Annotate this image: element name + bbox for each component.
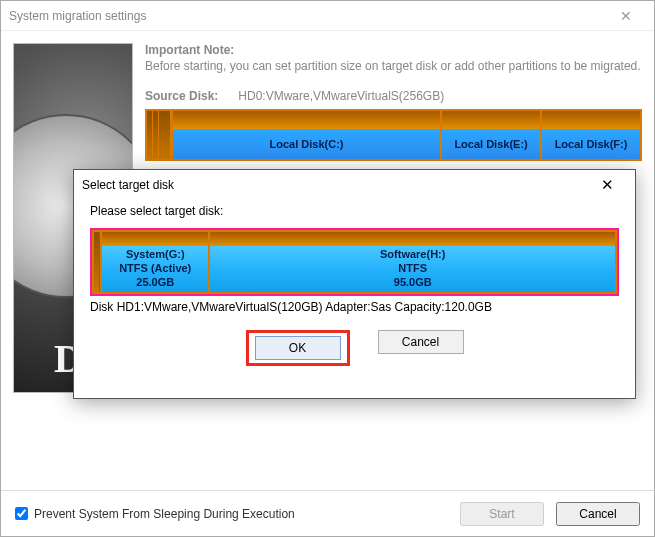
sleep-checkbox[interactable] <box>15 507 28 520</box>
select-target-disk-dialog: Select target disk ✕ Please select targe… <box>73 169 636 399</box>
source-disk-value: HD0:VMware,VMwareVirtualS(256GB) <box>238 89 444 103</box>
sleep-checkbox-label[interactable]: Prevent System From Sleeping During Exec… <box>15 507 448 521</box>
ok-button[interactable]: OK <box>255 336 341 360</box>
partition-label-block: System(G:)NTFS (Active)25.0GB <box>102 246 208 292</box>
ok-highlight: OK <box>246 330 350 366</box>
close-icon[interactable]: ✕ <box>587 170 627 200</box>
main-titlebar: System migration settings ✕ <box>1 1 654 31</box>
source-disk-label: Source Disk: <box>145 89 218 103</box>
partition-header <box>542 111 640 129</box>
partition-name: System(G:) <box>126 248 185 262</box>
modal-titlebar: Select target disk ✕ <box>74 170 635 200</box>
partition-label: Local Disk(F:) <box>542 129 640 159</box>
footer-bar: Prevent System From Sleeping During Exec… <box>1 490 654 536</box>
modal-button-row: OK Cancel <box>90 330 619 366</box>
partition-stub <box>159 111 171 159</box>
partition-header <box>210 232 615 246</box>
target-disk-highlight: System(G:)NTFS (Active)25.0GBSoftware(H:… <box>90 228 619 296</box>
partition-header <box>173 111 440 129</box>
note-title: Important Note: <box>145 43 642 57</box>
main-title: System migration settings <box>9 9 606 23</box>
partition-fs: NTFS <box>398 262 427 276</box>
partition-label: Local Disk(E:) <box>442 129 540 159</box>
target-disk-desc: Disk HD1:VMware,VMwareVirtualS(120GB) Ad… <box>90 300 619 314</box>
note-text: Before starting, you can set partition s… <box>145 59 642 75</box>
modal-title: Select target disk <box>82 178 587 192</box>
partition-label-block: Software(H:)NTFS95.0GB <box>210 246 615 292</box>
partition-label: Local Disk(C:) <box>173 129 440 159</box>
modal-prompt: Please select target disk: <box>90 204 619 218</box>
close-icon[interactable]: ✕ <box>606 1 646 31</box>
source-partition[interactable]: Local Disk(F:) <box>540 111 640 159</box>
cancel-button[interactable]: Cancel <box>378 330 464 354</box>
target-disk-bar[interactable]: System(G:)NTFS (Active)25.0GBSoftware(H:… <box>92 230 617 294</box>
cancel-button[interactable]: Cancel <box>556 502 640 526</box>
target-partition[interactable]: System(G:)NTFS (Active)25.0GB <box>100 232 208 292</box>
partition-header <box>102 232 208 246</box>
main-window: System migration settings ✕ Important No… <box>0 0 655 537</box>
partition-size: 95.0GB <box>394 276 432 290</box>
partition-fs: NTFS (Active) <box>119 262 191 276</box>
source-disk-bar: Local Disk(C:)Local Disk(E:)Local Disk(F… <box>145 109 642 161</box>
target-partition[interactable]: Software(H:)NTFS95.0GB <box>208 232 615 292</box>
partition-header <box>442 111 540 129</box>
partition-name: Software(H:) <box>380 248 445 262</box>
start-button: Start <box>460 502 544 526</box>
partition-size: 25.0GB <box>136 276 174 290</box>
sleep-checkbox-text: Prevent System From Sleeping During Exec… <box>34 507 295 521</box>
source-partition[interactable]: Local Disk(C:) <box>171 111 440 159</box>
source-partition[interactable]: Local Disk(E:) <box>440 111 540 159</box>
modal-body: Please select target disk: System(G:)NTF… <box>74 200 635 376</box>
source-disk-row: Source Disk: HD0:VMware,VMwareVirtualS(2… <box>145 89 642 103</box>
